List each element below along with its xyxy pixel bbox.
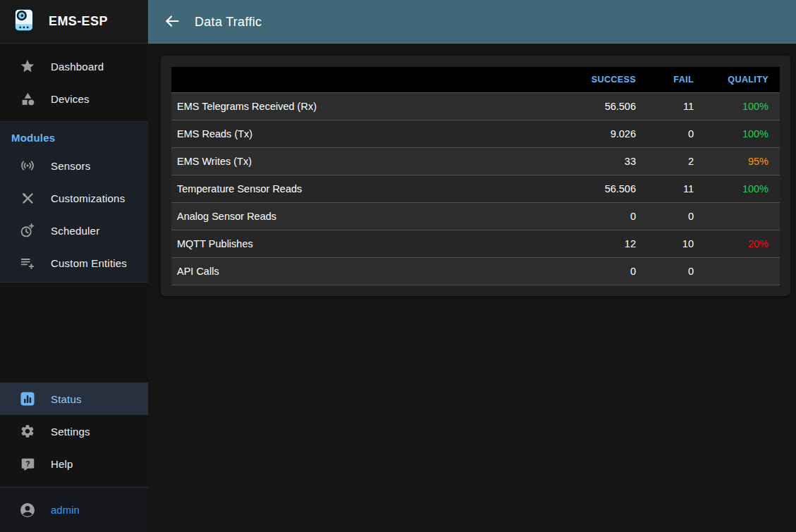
bar-chart-icon [19, 390, 36, 407]
star-icon [19, 58, 36, 75]
sidebar-item-status[interactable]: Status [0, 383, 148, 415]
sidebar: EMS-ESP Dashboard Devices Modules [0, 0, 148, 532]
fail-cell: 0 [647, 120, 705, 147]
list-add-icon [19, 254, 36, 271]
tools-icon [19, 190, 36, 206]
column-header-quality: QUALITY [705, 67, 780, 92]
sidebar-item-label: Dashboard [51, 61, 104, 73]
fail-cell: 11 [647, 92, 705, 120]
sidebar-item-label: Scheduler [51, 225, 99, 237]
fail-cell: 0 [647, 202, 705, 230]
back-button[interactable] [163, 13, 181, 31]
quality-cell [705, 257, 780, 285]
sidebar-item-label: Customizations [51, 192, 125, 204]
row-label-cell: EMS Writes (Tx) [171, 147, 561, 175]
success-cell: 33 [561, 147, 647, 175]
data-traffic-table: SUCCESS FAIL QUALITY EMS Telegrams Recei… [171, 67, 780, 285]
sidebar-item-label: Settings [51, 426, 90, 438]
table-row: Temperature Sensor Reads 56.506 11 100% [171, 175, 780, 202]
success-cell: 56.506 [561, 175, 647, 202]
row-label-cell: EMS Telegrams Received (Rx) [171, 92, 561, 120]
account-icon [19, 502, 36, 519]
user-menu[interactable]: admin [0, 488, 148, 532]
page-title: Data Traffic [195, 15, 262, 30]
boiler-logo-icon [12, 7, 37, 37]
success-cell: 0 [561, 202, 647, 230]
category-icon [19, 90, 36, 107]
nav-top: Dashboard Devices [0, 44, 148, 121]
quality-cell: 100% [705, 120, 780, 147]
sidebar-item-help[interactable]: ? Help [0, 447, 148, 480]
sidebar-item-dashboard[interactable]: Dashboard [0, 50, 148, 82]
quality-cell: 20% [705, 230, 780, 257]
modules-section-label: Modules [0, 122, 148, 149]
fail-cell: 11 [647, 175, 705, 202]
sidebar-item-custom-entities[interactable]: Custom Entities [0, 247, 148, 279]
gear-icon [19, 423, 36, 440]
content: SUCCESS FAIL QUALITY EMS Telegrams Recei… [148, 44, 796, 296]
svg-text:?: ? [25, 459, 30, 467]
sidebar-item-scheduler[interactable]: Scheduler [0, 214, 148, 247]
row-label-cell: API Calls [171, 257, 561, 285]
user-label: admin [51, 504, 80, 516]
table-row: EMS Writes (Tx) 33 2 95% [171, 147, 780, 175]
column-header-fail: FAIL [647, 67, 705, 92]
help-icon: ? [19, 455, 36, 472]
row-label-cell: MQTT Publishes [171, 230, 561, 257]
sidebar-item-label: Custom Entities [51, 257, 127, 269]
fail-cell: 2 [647, 147, 705, 175]
sidebar-item-devices[interactable]: Devices [0, 82, 148, 115]
app-root: EMS-ESP Dashboard Devices Modules [0, 0, 796, 532]
quality-cell: 100% [705, 92, 780, 120]
quality-cell: 100% [705, 175, 780, 202]
table-row: Analog Sensor Reads 0 0 [171, 202, 780, 230]
success-cell: 56.506 [561, 92, 647, 120]
sensors-icon [19, 157, 36, 174]
sidebar-spacer [0, 283, 148, 383]
page-header: Data Traffic [148, 0, 796, 44]
sidebar-item-label: Devices [51, 93, 90, 105]
column-header-name [171, 67, 561, 92]
clock-plus-icon [19, 222, 36, 239]
data-traffic-card: SUCCESS FAIL QUALITY EMS Telegrams Recei… [161, 56, 790, 296]
sidebar-item-customizations[interactable]: Customizations [0, 182, 148, 214]
success-cell: 12 [561, 230, 647, 257]
table-row: API Calls 0 0 [171, 257, 780, 285]
table-row: MQTT Publishes 12 10 20% [171, 230, 780, 257]
app-header: EMS-ESP [0, 0, 148, 44]
nav-bottom: Status Settings ? Help [0, 383, 148, 480]
arrow-left-icon [164, 13, 180, 32]
table-header: SUCCESS FAIL QUALITY [171, 67, 780, 92]
row-label-cell: Temperature Sensor Reads [171, 175, 561, 202]
sidebar-item-label: Sensors [51, 160, 90, 172]
fail-cell: 0 [647, 257, 705, 285]
sidebar-item-sensors[interactable]: Sensors [0, 149, 148, 182]
quality-cell [705, 202, 780, 230]
table-row: EMS Reads (Tx) 9.026 0 100% [171, 120, 780, 147]
row-label-cell: Analog Sensor Reads [171, 202, 561, 230]
row-label-cell: EMS Reads (Tx) [171, 120, 561, 147]
fail-cell: 10 [647, 230, 705, 257]
main-area: Data Traffic SUCCESS FAIL QUALITY [148, 0, 796, 532]
sidebar-item-label: Help [51, 458, 73, 470]
column-header-success: SUCCESS [561, 67, 647, 92]
success-cell: 9.026 [561, 120, 647, 147]
modules-section: Modules Sensors Cu [0, 121, 148, 283]
sidebar-item-settings[interactable]: Settings [0, 415, 148, 447]
sidebar-item-label: Status [51, 393, 82, 405]
success-cell: 0 [561, 257, 647, 285]
table-row: EMS Telegrams Received (Rx) 56.506 11 10… [171, 92, 780, 120]
app-title: EMS-ESP [49, 14, 108, 29]
quality-cell: 95% [705, 147, 780, 175]
